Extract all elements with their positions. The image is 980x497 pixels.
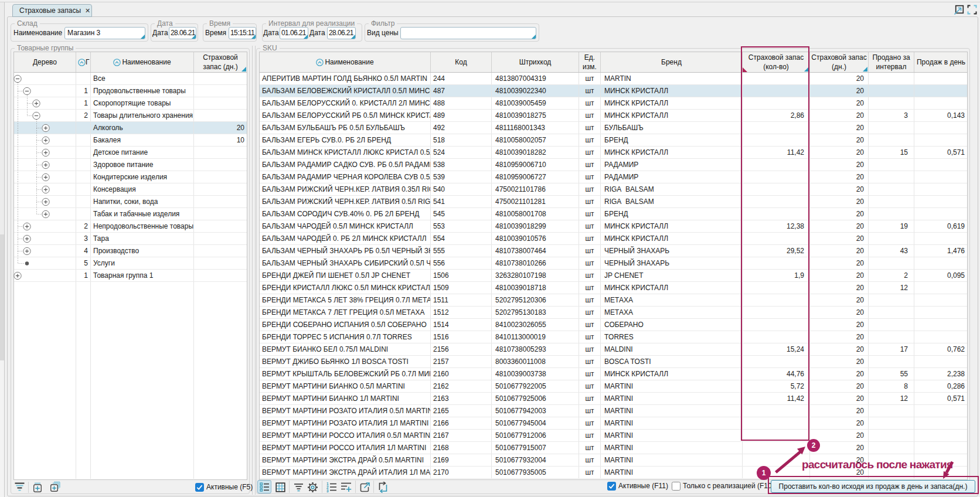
svg-text:3: 3 bbox=[326, 489, 329, 492]
